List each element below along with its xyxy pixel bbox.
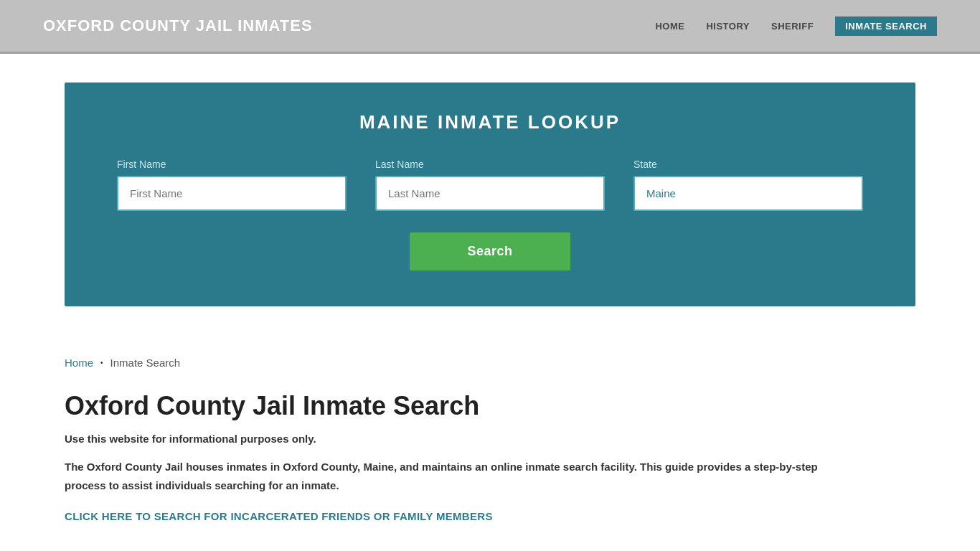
description-text: The Oxford County Jail houses inmates in… (65, 458, 854, 494)
state-label: State (633, 159, 863, 170)
breadcrumb-separator: • (100, 359, 103, 367)
cta-search-link[interactable]: CLICK HERE to Search for Incarcerated Fr… (65, 510, 493, 522)
nav-item-inmate-search[interactable]: INMATE SEARCH (835, 17, 937, 36)
search-section-title: MAINE INMATE LOOKUP (108, 111, 872, 133)
last-name-group: Last Name (375, 159, 605, 211)
first-name-group: First Name (117, 159, 347, 211)
last-name-label: Last Name (375, 159, 605, 170)
nav-item-home[interactable]: HOME (655, 21, 684, 32)
search-button-wrapper: Search (108, 232, 872, 270)
search-button[interactable]: Search (410, 232, 570, 270)
main-nav: HOME HISTORY SHERIFF INMATE SEARCH (655, 17, 937, 36)
breadcrumb-home-link[interactable]: Home (65, 357, 93, 369)
page-heading: Oxford County Jail Inmate Search (65, 390, 915, 421)
nav-item-sheriff[interactable]: SHERIFF (771, 21, 814, 32)
first-name-input[interactable] (117, 176, 347, 211)
first-name-label: First Name (117, 159, 347, 170)
state-input[interactable] (633, 176, 863, 211)
disclaimer-text: Use this website for informational purpo… (65, 433, 915, 445)
nav-item-history[interactable]: HISTORY (706, 21, 750, 32)
breadcrumb: Home • Inmate Search (0, 335, 980, 376)
state-group: State (633, 159, 863, 211)
site-header: OXFORD COUNTY JAIL INMATES HOME HISTORY … (0, 0, 980, 54)
site-title: OXFORD COUNTY JAIL INMATES (43, 17, 313, 35)
breadcrumb-current: Inmate Search (110, 357, 181, 369)
search-fields-row: First Name Last Name State (108, 159, 872, 211)
last-name-input[interactable] (375, 176, 605, 211)
search-section: MAINE INMATE LOOKUP First Name Last Name… (65, 83, 915, 306)
main-content: Oxford County Jail Inmate Search Use thi… (0, 376, 980, 551)
